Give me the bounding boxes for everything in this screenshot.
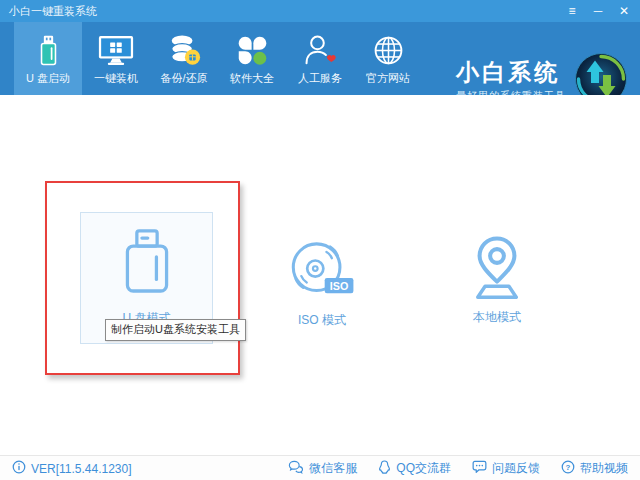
version-text: VER[11.5.44.1230]	[31, 462, 132, 476]
nav-tabs: U 盘启动 一键装机	[14, 22, 422, 95]
tab-one-key-install[interactable]: 一键装机	[82, 22, 150, 95]
status-link-label: 问题反馈	[492, 460, 540, 477]
menu-icon[interactable]: ≡	[562, 2, 582, 20]
qq-group-link[interactable]: QQ交流群	[378, 460, 451, 477]
content-area: U 盘模式 制作启动U盘系统安装工具 ISO ISO 模式	[0, 95, 640, 455]
local-mode-option[interactable]: 本地模式	[435, 234, 559, 326]
tab-label: 备份/还原	[160, 71, 207, 86]
backup-discs-icon	[168, 32, 201, 66]
qq-icon	[378, 460, 391, 477]
feedback-bubble-icon	[472, 460, 487, 477]
tab-backup-restore[interactable]: 备份/还原	[150, 22, 218, 95]
status-link-label: 微信客服	[309, 460, 357, 477]
window-controls: ≡ ─ ✕	[562, 0, 634, 22]
titlebar: 小白一键重装系统 ≡ ─ ✕	[0, 0, 640, 22]
tab-label: 官方网站	[366, 71, 410, 86]
version-info[interactable]: VER[11.5.44.1230]	[12, 456, 132, 480]
usb-outline-icon	[118, 227, 176, 301]
iso-badge-text: ISO	[330, 280, 349, 292]
globe-icon	[373, 32, 404, 66]
monitor-windows-icon	[98, 32, 134, 66]
help-question-icon: ?	[561, 460, 575, 477]
iso-mode-label: ISO 模式	[298, 312, 346, 329]
minimize-icon[interactable]: ─	[588, 2, 608, 20]
help-video-link[interactable]: ? 帮助视频	[561, 460, 628, 477]
location-pin-icon	[464, 234, 530, 304]
status-link-label: QQ交流群	[396, 460, 451, 477]
window-title: 小白一键重装系统	[9, 0, 97, 22]
tab-label: 人工服务	[298, 71, 342, 86]
close-icon[interactable]: ✕	[614, 2, 634, 20]
tab-usb-boot[interactable]: U 盘启动	[14, 22, 82, 95]
status-links: 微信客服 QQ交流群	[288, 456, 628, 480]
app-window: 小白一键重装系统 ≡ ─ ✕ U 盘启动	[0, 0, 640, 480]
wechat-service-link[interactable]: 微信客服	[288, 460, 357, 477]
usb-mode-tooltip: 制作启动U盘系统安装工具	[105, 319, 246, 341]
iso-disc-icon: ISO	[287, 238, 357, 304]
tab-label: 软件大全	[230, 71, 274, 86]
statusbar: VER[11.5.44.1230] 微信客服 QQ交流群	[0, 455, 640, 480]
usb-drive-icon	[36, 32, 61, 66]
tab-software-collection[interactable]: 软件大全	[218, 22, 286, 95]
tab-label: 一键装机	[94, 71, 138, 86]
navbar: U 盘启动 一键装机	[0, 22, 640, 95]
iso-mode-option[interactable]: ISO ISO 模式	[260, 238, 384, 329]
info-icon	[12, 460, 26, 477]
software-clover-icon	[237, 32, 268, 66]
wechat-icon	[288, 460, 304, 477]
local-mode-label: 本地模式	[473, 309, 521, 326]
tab-label: U 盘启动	[26, 71, 70, 86]
tab-human-service[interactable]: 人工服务	[286, 22, 354, 95]
tab-official-website[interactable]: 官方网站	[354, 22, 422, 95]
brand-name: 小白系统	[456, 59, 566, 85]
svg-text:?: ?	[566, 463, 571, 472]
status-link-label: 帮助视频	[580, 460, 628, 477]
support-person-icon	[304, 32, 336, 66]
feedback-link[interactable]: 问题反馈	[472, 460, 540, 477]
